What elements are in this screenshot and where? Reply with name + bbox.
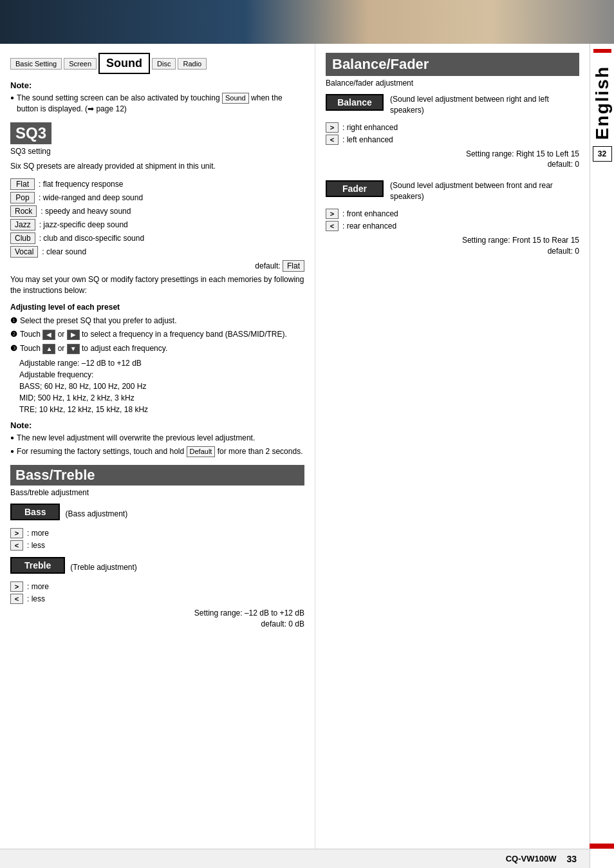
note2-text1: The new level adjustment will overwrite … [17, 433, 255, 444]
treble-less-btn[interactable]: < [10, 594, 23, 604]
balance-range-text: Setting range: Right 15 to Left 15 [326, 149, 579, 160]
tab-sound[interactable]: Sound [98, 53, 150, 74]
preset-club-btn[interactable]: Club [10, 232, 35, 244]
note1-bullet: ● [10, 94, 14, 101]
treble-more: > : more [10, 581, 304, 592]
tab-radio[interactable]: Radio [178, 58, 207, 70]
balance-left-btn[interactable]: < [326, 135, 339, 145]
bf-subtitle: Balance/fader adjustment [326, 79, 579, 88]
left-column: Basic Setting Screen Sound Disc Radio No… [0, 44, 315, 868]
preset-vocal: Vocal : clear sound [10, 246, 304, 258]
tab-disc[interactable]: Disc [152, 58, 176, 70]
treble-more-btn[interactable]: > [10, 581, 23, 592]
indent-line5: TRE; 10 kHz, 12 kHz, 15 kHz, 18 kHz [19, 404, 304, 415]
english-sidebar: English 32 [590, 44, 614, 868]
preset-rock: Rock : speedy and heavy sound [10, 205, 304, 217]
default-inline-btn: Default [187, 446, 216, 457]
top-image-strip [0, 0, 614, 44]
fader-front-btn[interactable]: > [326, 209, 339, 219]
right-arrow-btn[interactable]: ▶ [67, 330, 80, 340]
bass-more-btn[interactable]: > [10, 528, 23, 538]
balance-left-label: : left enhanced [342, 135, 393, 144]
nav-tabs: Basic Setting Screen Sound Disc Radio [10, 53, 304, 74]
balance-desc: (Sound level adjustment between right an… [390, 94, 579, 116]
preset-flat: Flat : flat frequency response [10, 178, 304, 190]
fader-default: default: 0 [326, 246, 579, 257]
preset-jazz-desc: : jazz-specific deep sound [39, 220, 128, 229]
balance-right-btn[interactable]: > [326, 122, 339, 133]
treble-control-box[interactable]: Treble [10, 557, 65, 574]
preset-vocal-desc: : clear sound [42, 247, 86, 256]
note1-text: The sound setting screen can be also act… [17, 93, 304, 115]
balance-right-label: : right enhanced [342, 123, 398, 132]
sq3-subtitle: SQ3 setting [10, 147, 304, 156]
down-arrow-btn[interactable]: ▼ [67, 344, 80, 354]
page-number-box: 32 [593, 146, 612, 162]
balance-fader-title: Balance/Fader [326, 53, 579, 76]
step-text-1: Select the preset SQ that you prefer to … [20, 316, 176, 326]
left-arrow-btn[interactable]: ◀ [42, 330, 55, 340]
note2-label: Note: [10, 420, 304, 430]
indent-block: Adjustable range: –12 dB to +12 dB Adjus… [19, 357, 304, 415]
fader-control-row: Fader (Sound level adjustment between fr… [326, 180, 579, 202]
indent-line3: BASS; 60 Hz, 80 Hz, 100 Hz, 200 Hz [19, 381, 304, 392]
adj-step-1: ❶ Select the preset SQ that you prefer t… [10, 316, 304, 326]
treble-desc: (Treble adjustment) [70, 563, 137, 572]
sq3-title: SQ3 [10, 122, 51, 144]
tab-basic-setting[interactable]: Basic Setting [10, 58, 62, 70]
treble-more-label: : more [27, 582, 49, 591]
bass-treble-subtitle: Bass/treble adjustment [10, 488, 304, 497]
step-num-3: ❸ [10, 343, 17, 354]
note2-text2: For resuming the factory settings, touch… [17, 446, 302, 457]
balance-box[interactable]: Balance [326, 94, 384, 111]
sound-inline-btn: Sound [222, 93, 249, 104]
indent-line1: Adjustable range: –12 dB to +12 dB [19, 357, 304, 369]
default-line: default: Flat [10, 261, 304, 270]
preset-vocal-btn[interactable]: Vocal [10, 246, 38, 258]
preset-rock-btn[interactable]: Rock [10, 205, 37, 217]
english-label: English [592, 66, 613, 140]
balance-arrows: > : right enhanced < : left enhanced [326, 122, 579, 145]
note2-bullet1: ● [10, 434, 14, 441]
red-bar-bottom [590, 844, 614, 849]
model-text: CQ-VW100W [506, 854, 557, 863]
up-arrow-btn[interactable]: ▲ [42, 344, 55, 354]
bass-treble-default: default: 0 dB [10, 619, 304, 630]
preset-pop-btn[interactable]: Pop [10, 192, 35, 203]
preset-pop: Pop : wide-ranged and deep sound [10, 192, 304, 203]
fader-arrows: > : front enhanced < : rear enhanced [326, 209, 579, 231]
preset-jazz-btn[interactable]: Jazz [10, 219, 35, 231]
preset-rock-desc: : speedy and heavy sound [41, 207, 131, 216]
step-num-1: ❶ [10, 316, 17, 326]
balance-left: < : left enhanced [326, 135, 579, 145]
note1-item: ● The sound setting screen can be also a… [10, 93, 304, 115]
fader-box[interactable]: Fader [326, 180, 384, 197]
step-text-3: Touch ▲ or ▼ to adjust each frequency. [20, 343, 167, 354]
preset-jazz: Jazz : jazz-specific deep sound [10, 219, 304, 231]
bottom-bar: CQ-VW100W 33 [0, 849, 590, 868]
preset-flat-desc: : flat frequency response [39, 180, 123, 189]
bass-less-label: : less [27, 541, 45, 550]
step-num-2: ❷ [10, 329, 17, 340]
fader-rear-btn[interactable]: < [326, 221, 339, 231]
preset-flat-btn[interactable]: Flat [10, 178, 35, 190]
fader-rear-label: : rear enhanced [342, 222, 396, 231]
bass-treble-range-text: Setting range: –12 dB to +12 dB [10, 608, 304, 619]
step-text-2: Touch ◀ or ▶ to select a frequency in a … [20, 329, 287, 340]
balance-setting-range: Setting range: Right 15 to Left 15 defau… [326, 149, 579, 171]
fader-front-label: : front enhanced [342, 209, 398, 218]
preset-club: Club : club and disco-specific sound [10, 232, 304, 244]
page-33: 33 [566, 854, 577, 864]
sq3-desc: Six SQ presets are already provided at s… [10, 161, 304, 172]
indent-line4: MID; 500 Hz, 1 kHz, 2 kHz, 3 kHz [19, 392, 304, 404]
bass-control-box[interactable]: Bass [10, 504, 60, 520]
tab-screen[interactable]: Screen [64, 58, 97, 70]
bass-desc: (Bass adjustment) [65, 509, 127, 518]
treble-less: < : less [10, 594, 304, 604]
note2-section: Note: ● The new level adjustment will ov… [10, 420, 304, 457]
fader-setting-range: Setting range: Front 15 to Rear 15 defau… [326, 235, 579, 257]
adj-step-3: ❸ Touch ▲ or ▼ to adjust each frequency. [10, 343, 304, 354]
bass-less-btn[interactable]: < [10, 540, 23, 551]
note2-item2: ● For resuming the factory settings, tou… [10, 446, 304, 457]
red-accent-top [593, 49, 611, 53]
